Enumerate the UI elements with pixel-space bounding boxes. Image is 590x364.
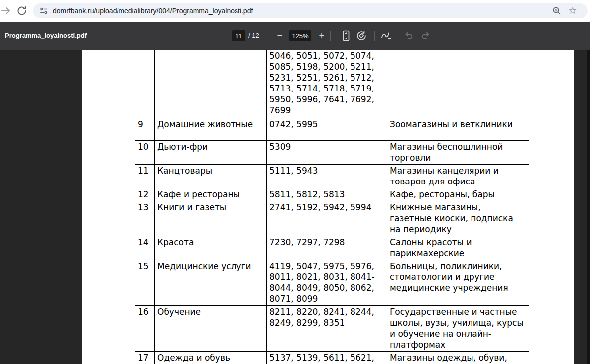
vertical-scrollbar[interactable] bbox=[587, 50, 590, 364]
row-number-cell: 17 bbox=[135, 351, 155, 364]
site-settings-icon[interactable] bbox=[40, 7, 48, 15]
mcc-codes-cell: 7230, 7297, 7298 bbox=[267, 236, 387, 260]
table-row: 11 Канцтовары 5111, 5943 Магазины канцел… bbox=[135, 164, 529, 188]
annotate-icon[interactable] bbox=[380, 30, 392, 42]
mcc-codes-cell: 5137, 5139, 5611, 5621, 5631, 5651, 5661… bbox=[267, 351, 387, 364]
mcc-codes-cell: 4119, 5047, 5975, 5976, 8011, 8021, 8031… bbox=[267, 260, 387, 305]
toolbar-separator bbox=[330, 31, 331, 41]
mcc-codes-cell: 5046, 5051, 5072, 5074, 5085, 5198, 5200… bbox=[267, 50, 387, 118]
table-row: 15 Медицинские услуги 4119, 5047, 5975, … bbox=[135, 260, 529, 305]
mcc-codes-cell: 2741, 5192, 5942, 5994 bbox=[267, 201, 387, 236]
category-cell: Дьюти-фри bbox=[155, 140, 267, 164]
row-number-cell: 16 bbox=[135, 305, 155, 351]
category-cell: Кафе и рестораны bbox=[155, 188, 267, 201]
zoom-in-icon[interactable] bbox=[552, 6, 562, 16]
description-cell bbox=[387, 50, 529, 118]
zoom-in-button[interactable]: + bbox=[316, 30, 328, 42]
mcc-codes-cell: 0742, 5995 bbox=[267, 118, 387, 140]
table-row: 14 Красота 7230, 7297, 7298 Салоны красо… bbox=[135, 236, 529, 260]
table-row: 10 Дьюти-фри 5309 Магазины беспошлинной … bbox=[135, 140, 529, 164]
pdf-filename: Programma_loyalnosti.pdf bbox=[5, 22, 87, 50]
row-number-cell: 15 bbox=[135, 260, 155, 305]
undo-icon[interactable] bbox=[403, 30, 415, 42]
table-row: 17 Одежда и обувь 5137, 5139, 5611, 5621… bbox=[135, 351, 529, 364]
address-bar[interactable]: domrfbank.ru/upload/medialibrary/004/Pro… bbox=[33, 3, 588, 18]
rotate-ccw-icon[interactable] bbox=[355, 30, 367, 42]
category-cell: Книги и газеты bbox=[155, 201, 267, 236]
toolbar-separator bbox=[374, 31, 375, 41]
mcc-category-table: 5046, 5051, 5072, 5074, 5085, 5198, 5200… bbox=[135, 50, 529, 364]
zoom-out-button[interactable]: − bbox=[274, 30, 286, 42]
row-number-cell: 12 bbox=[135, 188, 155, 201]
reload-icon[interactable] bbox=[16, 5, 28, 17]
description-cell: Книжные магазины, газетные киоски, подпи… bbox=[387, 201, 529, 236]
table-row: 5046, 5051, 5072, 5074, 5085, 5198, 5200… bbox=[135, 50, 529, 118]
description-cell: Магазины канцелярии и товаров для офиса bbox=[387, 164, 529, 188]
category-cell: Одежда и обувь bbox=[155, 351, 267, 364]
forward-icon[interactable] bbox=[0, 5, 12, 17]
mcc-codes-cell: 8211, 8220, 8241, 8244, 8249, 8299, 8351 bbox=[267, 305, 387, 351]
category-cell: Обучение bbox=[155, 305, 267, 351]
category-cell: Медицинские услуги bbox=[155, 260, 267, 305]
browser-top-bar: domrfbank.ru/upload/medialibrary/004/Pro… bbox=[0, 0, 590, 22]
category-cell bbox=[155, 50, 267, 118]
row-number-cell: 13 bbox=[135, 201, 155, 236]
description-cell: Магазины одежды, обуви, аксессуаров bbox=[387, 351, 529, 364]
table-row: 9 Домашние животные 0742, 5995 Зоомагази… bbox=[135, 118, 529, 140]
zoom-level-input[interactable] bbox=[289, 30, 311, 41]
mcc-codes-cell: 5111, 5943 bbox=[267, 164, 387, 188]
url-text[interactable]: domrfbank.ru/upload/medialibrary/004/Pro… bbox=[53, 3, 253, 18]
row-number-cell: 14 bbox=[135, 236, 155, 260]
table-row: 13 Книги и газеты 2741, 5192, 5942, 5994… bbox=[135, 201, 529, 236]
row-number-cell bbox=[135, 50, 155, 118]
description-cell: Кафе, рестораны, бары bbox=[387, 188, 529, 201]
fit-page-icon[interactable] bbox=[340, 30, 352, 42]
description-cell: Больницы, поликлиники, стоматологии и др… bbox=[387, 260, 529, 305]
row-number-cell: 10 bbox=[135, 140, 155, 164]
description-cell: Зоомагазины и ветклиники bbox=[387, 118, 529, 140]
pdf-toolbar: Programma_loyalnosti.pdf / 12 − + bbox=[0, 22, 590, 50]
mcc-codes-cell: 5811, 5812, 5813 bbox=[267, 188, 387, 201]
description-cell: Государственные и частные школы, вузы, у… bbox=[387, 305, 529, 351]
mcc-codes-cell: 5309 bbox=[267, 140, 387, 164]
star-icon[interactable]: ☆ bbox=[568, 6, 578, 16]
table-row: 16 Обучение 8211, 8220, 8241, 8244, 8249… bbox=[135, 305, 529, 351]
page-number-input[interactable] bbox=[232, 30, 245, 41]
category-cell: Канцтовары bbox=[155, 164, 267, 188]
description-cell: Салоны красоты и парикмахерские bbox=[387, 236, 529, 260]
toolbar-separator bbox=[268, 31, 268, 41]
row-number-cell: 9 bbox=[135, 118, 155, 140]
description-cell: Магазины беспошлинной торговли bbox=[387, 140, 529, 164]
redo-icon[interactable] bbox=[420, 30, 432, 42]
toolbar-separator bbox=[397, 31, 397, 41]
pdf-page: 5046, 5051, 5072, 5074, 5085, 5198, 5200… bbox=[82, 50, 574, 364]
pdf-viewer-area: 5046, 5051, 5072, 5074, 5085, 5198, 5200… bbox=[0, 50, 590, 364]
table-row: 12 Кафе и рестораны 5811, 5812, 5813 Каф… bbox=[135, 188, 529, 201]
page-total-label: / 12 bbox=[248, 22, 259, 50]
category-cell: Домашние животные bbox=[155, 118, 267, 140]
category-cell: Красота bbox=[155, 236, 267, 260]
row-number-cell: 11 bbox=[135, 164, 155, 188]
